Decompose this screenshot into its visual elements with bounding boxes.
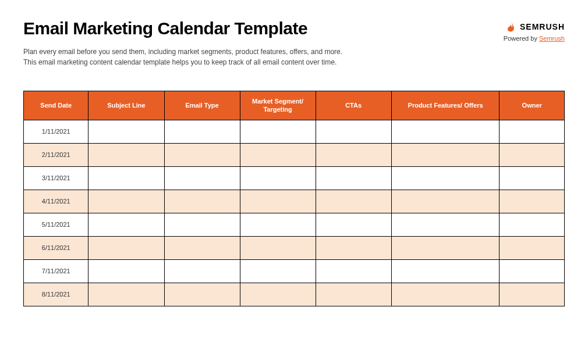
cell-market-segment[interactable] [240,190,316,213]
cell-owner[interactable] [500,143,565,166]
cell-product-features[interactable] [391,166,500,190]
cell-email-type[interactable] [164,143,240,166]
header-owner: Owner [500,91,565,120]
powered-by-line: Powered by Semrush [504,35,565,42]
cell-owner[interactable] [500,190,565,213]
cell-owner[interactable] [500,236,565,259]
cell-product-features[interactable] [391,120,500,143]
email-calendar-table: Send Date Subject Line Email Type Market… [23,91,565,306]
brand-block: SEMRUSH Powered by Semrush [504,21,565,42]
cell-subject-line[interactable] [88,166,164,190]
table-row: 6/11/2021 [24,236,565,259]
cell-market-segment[interactable] [240,143,316,166]
description-text: Plan every email before you send them, i… [23,47,565,67]
cell-ctas[interactable] [316,120,391,143]
table-row: 3/11/2021 [24,166,565,190]
cell-owner[interactable] [500,259,565,283]
cell-send-date[interactable]: 2/11/2021 [24,143,88,166]
header-market-segment: Market Segment/Targeting [240,91,316,120]
cell-owner[interactable] [500,120,565,143]
cell-subject-line[interactable] [88,120,164,143]
brand-logo: SEMRUSH [505,21,565,33]
page-title: Email Marketing Calendar Template [23,19,307,38]
cell-send-date[interactable]: 4/11/2021 [24,190,88,213]
cell-product-features[interactable] [391,236,500,259]
header-subject-line: Subject Line [88,91,164,120]
cell-send-date[interactable]: 7/11/2021 [24,259,88,283]
cell-market-segment[interactable] [240,166,316,190]
header-email-type: Email Type [164,91,240,120]
cell-ctas[interactable] [316,166,391,190]
cell-ctas[interactable] [316,143,391,166]
cell-subject-line[interactable] [88,283,164,306]
cell-product-features[interactable] [391,213,500,236]
cell-owner[interactable] [500,166,565,190]
cell-product-features[interactable] [391,283,500,306]
cell-send-date[interactable]: 8/11/2021 [24,283,88,306]
cell-ctas[interactable] [316,213,391,236]
cell-owner[interactable] [500,213,565,236]
brand-wordmark: SEMRUSH [520,22,565,31]
cell-email-type[interactable] [164,283,240,306]
cell-subject-line[interactable] [88,236,164,259]
table-row: 7/11/2021 [24,259,565,283]
cell-email-type[interactable] [164,213,240,236]
cell-send-date[interactable]: 1/11/2021 [24,120,88,143]
table-row: 4/11/2021 [24,190,565,213]
cell-ctas[interactable] [316,236,391,259]
semrush-link[interactable]: Semrush [539,35,565,42]
table-row: 5/11/2021 [24,213,565,236]
cell-ctas[interactable] [316,190,391,213]
cell-product-features[interactable] [391,143,500,166]
cell-email-type[interactable] [164,120,240,143]
cell-email-type[interactable] [164,236,240,259]
semrush-fire-icon [505,21,516,33]
cell-product-features[interactable] [391,259,500,283]
cell-market-segment[interactable] [240,236,316,259]
cell-product-features[interactable] [391,190,500,213]
cell-market-segment[interactable] [240,213,316,236]
cell-market-segment[interactable] [240,283,316,306]
cell-market-segment[interactable] [240,120,316,143]
cell-send-date[interactable]: 5/11/2021 [24,213,88,236]
cell-subject-line[interactable] [88,190,164,213]
cell-market-segment[interactable] [240,259,316,283]
cell-ctas[interactable] [316,283,391,306]
header-send-date: Send Date [24,91,88,120]
table-row: 1/11/2021 [24,120,565,143]
table-header-row: Send Date Subject Line Email Type Market… [24,91,565,120]
table-body: 1/11/20212/11/20213/11/20214/11/20215/11… [24,120,565,306]
powered-prefix: Powered by [504,35,539,42]
cell-owner[interactable] [500,283,565,306]
table-row: 8/11/2021 [24,283,565,306]
cell-send-date[interactable]: 3/11/2021 [24,166,88,190]
cell-send-date[interactable]: 6/11/2021 [24,236,88,259]
cell-email-type[interactable] [164,166,240,190]
cell-email-type[interactable] [164,190,240,213]
cell-ctas[interactable] [316,259,391,283]
cell-email-type[interactable] [164,259,240,283]
cell-subject-line[interactable] [88,259,164,283]
header-ctas: CTAs [316,91,391,120]
header-row: Email Marketing Calendar Template SEMRUS… [23,19,565,42]
table-row: 2/11/2021 [24,143,565,166]
cell-subject-line[interactable] [88,143,164,166]
cell-subject-line[interactable] [88,213,164,236]
header-product-features: Product Features/ Offers [391,91,500,120]
